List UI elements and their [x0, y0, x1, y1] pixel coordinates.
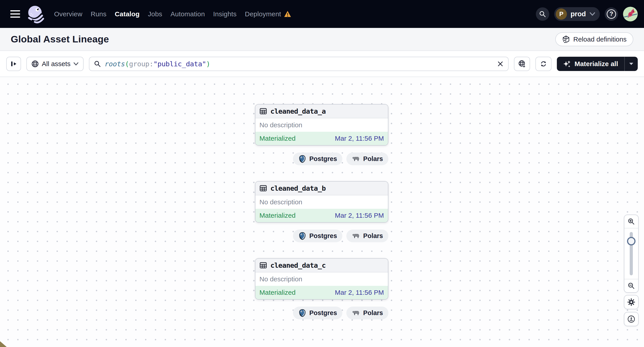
- asset-scope-dropdown[interactable]: All assets: [26, 57, 84, 71]
- zoom-slider[interactable]: [624, 228, 638, 279]
- nav-item-deployment[interactable]: Deployment: [245, 10, 292, 18]
- zoom-slider-thumb[interactable]: [627, 237, 636, 245]
- asset-node-cleaned-data-a[interactable]: cleaned_data_a No description Materializ…: [255, 104, 388, 146]
- materialization-timestamp: Mar 2, 11:56 PM: [335, 212, 384, 219]
- zoom-out-icon: [628, 282, 635, 290]
- zoom-controls: [624, 215, 639, 293]
- asset-node-header: cleaned_data_b: [256, 182, 388, 195]
- search-icon: [539, 10, 546, 18]
- asset-node-header: cleaned_data_a: [256, 104, 388, 118]
- refresh-icon: [540, 60, 548, 68]
- warning-icon: [284, 10, 292, 18]
- postgres-icon: [298, 309, 306, 317]
- close-icon: [497, 60, 504, 67]
- nav-item-runs[interactable]: Runs: [91, 10, 106, 18]
- table-icon: [260, 108, 267, 115]
- globe-icon: [31, 60, 39, 68]
- asset-name: cleaned_data_c: [270, 261, 326, 269]
- lineage-toolbar: All assets roots(group:"public_data"): [0, 51, 644, 77]
- tag-polars[interactable]: Polars: [346, 152, 388, 165]
- asset-node-cleaned-data-c[interactable]: cleaned_data_c No description Materializ…: [255, 258, 388, 300]
- status-badge: Materialized: [260, 212, 296, 219]
- selection-query: roots(group:"public_data"): [104, 60, 210, 68]
- navbar-right: P prod ?: [536, 7, 638, 21]
- globe-add-icon: [518, 60, 526, 68]
- asset-description: No description: [256, 195, 388, 209]
- polars-icon: [352, 233, 360, 239]
- environment-label: prod: [570, 10, 586, 18]
- download-icon: [627, 315, 636, 323]
- chevron-down-icon: [590, 12, 595, 16]
- sparkles-icon: [563, 60, 571, 68]
- materialize-options-button[interactable]: [625, 57, 638, 71]
- reload-definitions-icon: [562, 35, 570, 43]
- tag-postgres[interactable]: Postgres: [293, 307, 342, 319]
- avatar[interactable]: [623, 7, 638, 21]
- reload-definitions-button[interactable]: Reload definitions: [555, 32, 634, 46]
- nav-item-catalog[interactable]: Catalog: [115, 10, 140, 18]
- main-nav: Overview Runs Catalog Jobs Automation In…: [54, 10, 292, 18]
- refresh-button[interactable]: [536, 57, 552, 71]
- search-icon: [94, 60, 101, 67]
- status-badge: Materialized: [260, 289, 296, 296]
- asset-status-row: Materialized Mar 2, 11:56 PM: [256, 286, 388, 299]
- asset-tags-row: Postgres Polars: [255, 230, 388, 242]
- table-icon: [260, 262, 267, 269]
- dagster-logo-icon[interactable]: [26, 3, 45, 25]
- top-navbar: Overview Runs Catalog Jobs Automation In…: [0, 0, 644, 28]
- zoom-in-icon: [628, 218, 635, 225]
- asset-node-header: cleaned_data_c: [256, 259, 388, 272]
- cardinal-bird-avatar-icon: [623, 7, 638, 21]
- asset-tags-row: Postgres Polars: [255, 152, 388, 165]
- tag-postgres[interactable]: Postgres: [293, 152, 342, 165]
- expand-panel-icon: [10, 60, 18, 68]
- page-header: Global Asset Lineage Reload definitions: [0, 28, 644, 51]
- clear-query-button[interactable]: [497, 60, 504, 67]
- asset-name: cleaned_data_a: [270, 107, 326, 115]
- help-button[interactable]: ?: [605, 7, 618, 21]
- postgres-icon: [298, 232, 306, 240]
- nav-item-overview[interactable]: Overview: [54, 10, 82, 18]
- postgres-icon: [298, 155, 306, 163]
- nav-item-jobs[interactable]: Jobs: [148, 10, 162, 18]
- nav-item-automation[interactable]: Automation: [170, 10, 205, 18]
- status-badge: Materialized: [260, 135, 296, 142]
- page-title: Global Asset Lineage: [11, 34, 109, 45]
- asset-node-cleaned-data-b[interactable]: cleaned_data_b No description Materializ…: [255, 181, 388, 223]
- view-scope-button[interactable]: [514, 57, 530, 71]
- chevron-down-icon: [73, 62, 79, 66]
- toggle-sidebar-button[interactable]: [6, 57, 21, 71]
- asset-status-row: Materialized Mar 2, 11:56 PM: [256, 209, 388, 222]
- asset-scope-label: All assets: [42, 60, 70, 68]
- nav-item-insights[interactable]: Insights: [213, 10, 237, 18]
- table-icon: [260, 185, 267, 192]
- graph-settings-button[interactable]: [624, 295, 639, 309]
- asset-tags-row: Postgres Polars: [255, 307, 388, 319]
- asset-description: No description: [256, 272, 388, 286]
- asset-description: No description: [256, 118, 388, 132]
- lineage-canvas[interactable]: cleaned_data_a No description Materializ…: [0, 77, 644, 347]
- tag-polars[interactable]: Polars: [346, 307, 388, 319]
- environment-badge: P: [556, 8, 567, 20]
- materialization-timestamp: Mar 2, 11:56 PM: [335, 135, 384, 142]
- asset-selection-input[interactable]: roots(group:"public_data"): [89, 57, 508, 71]
- environment-switcher[interactable]: P prod: [554, 7, 600, 21]
- zoom-in-button[interactable]: [624, 215, 638, 228]
- materialization-timestamp: Mar 2, 11:56 PM: [335, 289, 384, 296]
- tag-polars[interactable]: Polars: [346, 230, 388, 242]
- menu-icon[interactable]: [10, 10, 20, 18]
- polars-icon: [352, 310, 360, 317]
- help-icon: ?: [607, 9, 616, 19]
- gear-icon: [627, 298, 636, 306]
- search-button[interactable]: [536, 7, 549, 21]
- polars-icon: [352, 156, 360, 162]
- caret-down-icon: [629, 62, 634, 65]
- asset-name: cleaned_data_b: [270, 184, 326, 192]
- materialize-all-split-button: Materialize all: [557, 57, 638, 71]
- canvas-corner-artifact: [0, 341, 7, 347]
- zoom-out-button[interactable]: [624, 279, 638, 292]
- asset-status-row: Materialized Mar 2, 11:56 PM: [256, 132, 388, 145]
- materialize-all-button[interactable]: Materialize all: [557, 57, 624, 71]
- download-graph-button[interactable]: [624, 312, 639, 326]
- tag-postgres[interactable]: Postgres: [293, 230, 342, 242]
